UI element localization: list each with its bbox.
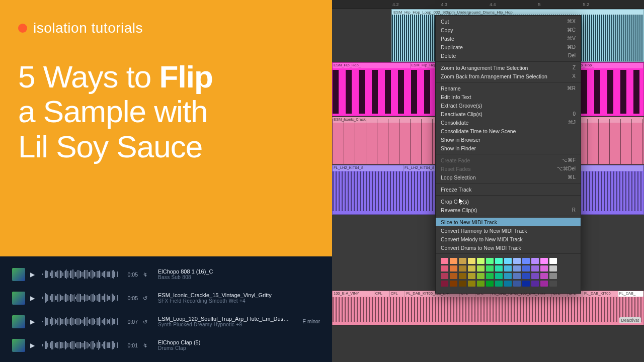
color-swatch[interactable] xyxy=(531,273,539,279)
menu-item[interactable]: Duplicate⌘D xyxy=(436,43,581,51)
color-swatch[interactable] xyxy=(486,258,494,264)
color-swatch[interactable] xyxy=(549,281,557,287)
oneshot-icon: ↯ xyxy=(143,342,150,348)
color-swatch[interactable] xyxy=(450,258,457,264)
menu-item[interactable]: Crop Clip(s) xyxy=(436,197,581,206)
color-swatch[interactable] xyxy=(468,281,475,287)
color-swatch[interactable] xyxy=(531,258,539,264)
color-swatch[interactable] xyxy=(495,258,503,264)
color-swatch[interactable] xyxy=(504,281,512,287)
menu-item[interactable]: Cut⌘X xyxy=(436,17,581,26)
deactivate-badge[interactable]: Deactivat xyxy=(619,317,641,323)
menu-item[interactable]: Convert Melody to New MIDI Track xyxy=(436,235,581,243)
hero-panel: isolation tutorials 5 Ways to Flip a Sam… xyxy=(0,0,332,256)
color-swatch[interactable] xyxy=(549,273,557,279)
color-swatch[interactable] xyxy=(486,265,494,272)
menu-item[interactable]: Convert Drums to New MIDI Track xyxy=(436,243,581,252)
color-swatch[interactable] xyxy=(531,281,539,287)
color-swatch[interactable] xyxy=(540,281,548,287)
sample-duration: 0:05 xyxy=(123,272,138,278)
menu-item[interactable]: Show in Browser xyxy=(436,135,581,144)
color-swatch[interactable] xyxy=(441,258,448,264)
menu-item[interactable]: Loop Selection⌘L xyxy=(436,173,581,182)
menu-item[interactable]: Extract Groove(s) xyxy=(436,101,581,110)
color-swatch[interactable] xyxy=(441,281,448,287)
play-icon[interactable]: ▶ xyxy=(30,295,37,302)
color-swatch[interactable] xyxy=(495,281,503,287)
play-icon[interactable]: ▶ xyxy=(30,318,37,325)
color-swatch[interactable] xyxy=(513,258,521,264)
daw-arrangement[interactable]: 4.2 4.3 4.4 5 5.2 ESM_Hip_Hop_Loop_002_9… xyxy=(332,0,644,362)
sample-list: ▶ 0:05 ↯ ElChopo 808 1 (16)_C Bass Sub 8… xyxy=(0,256,332,362)
color-swatch[interactable] xyxy=(495,273,503,279)
menu-item[interactable]: Rename⌘R xyxy=(436,84,581,93)
color-swatch[interactable] xyxy=(540,265,548,272)
color-swatch[interactable] xyxy=(504,265,512,272)
menu-item[interactable]: Paste⌘V xyxy=(436,34,581,43)
menu-item[interactable]: Zoom to Arrangement Time SelectionZ xyxy=(436,63,581,72)
play-icon[interactable]: ▶ xyxy=(30,271,37,278)
color-swatch[interactable] xyxy=(522,281,530,287)
menu-item[interactable]: Reverse Clip(s)R xyxy=(436,206,581,214)
color-swatch[interactable] xyxy=(477,281,485,287)
sample-tags: Bass Sub 808 xyxy=(158,275,290,280)
color-swatch[interactable] xyxy=(468,258,475,264)
color-swatch[interactable] xyxy=(504,273,512,279)
color-swatch[interactable] xyxy=(459,281,466,287)
sample-row[interactable]: ▶ 0:01 ↯ ElChopo Clap (5) Drums Clap xyxy=(12,335,320,356)
color-swatches[interactable] xyxy=(436,254,581,293)
color-swatch[interactable] xyxy=(549,265,557,272)
color-swatch[interactable] xyxy=(540,258,548,264)
color-swatch[interactable] xyxy=(468,273,475,279)
brand-label: isolation tutorials xyxy=(33,20,143,36)
color-swatch[interactable] xyxy=(540,273,548,279)
play-icon[interactable]: ▶ xyxy=(30,342,37,349)
color-swatch[interactable] xyxy=(450,265,457,272)
sample-row[interactable]: ▶ 0:05 ↯ ElChopo 808 1 (16)_C Bass Sub 8… xyxy=(12,264,320,285)
color-swatch[interactable] xyxy=(477,258,485,264)
color-swatch[interactable] xyxy=(486,273,494,279)
menu-item[interactable]: Convert Harmony to New MIDI Track xyxy=(436,226,581,235)
color-swatch[interactable] xyxy=(486,281,494,287)
color-swatch[interactable] xyxy=(477,273,485,279)
clip-context-menu[interactable]: Cut⌘XCopy⌘CPaste⌘VDuplicate⌘DDeleteDelZo… xyxy=(435,15,581,294)
waveform-icon xyxy=(42,268,118,281)
sample-duration: 0:05 xyxy=(123,295,138,301)
color-swatch[interactable] xyxy=(441,265,448,272)
menu-item[interactable]: Freeze Track xyxy=(436,185,581,194)
color-swatch[interactable] xyxy=(459,258,466,264)
sample-tags: Drums Clap xyxy=(158,345,290,351)
color-swatch[interactable] xyxy=(450,281,457,287)
menu-item[interactable]: Edit Info Text xyxy=(436,93,581,101)
color-swatch[interactable] xyxy=(441,273,448,279)
menu-item[interactable]: Deactivate Clip(s)0 xyxy=(436,110,581,118)
menu-item[interactable]: Consolidate⌘J xyxy=(436,118,581,127)
menu-item: Reset Fades⌥⌘Del xyxy=(436,164,581,173)
menu-item[interactable]: DeleteDel xyxy=(436,51,581,60)
track-pink[interactable]: 100_E-A_VINY CFL CFL FL_DAB_KIT05_100_E-… xyxy=(332,291,644,326)
color-swatch[interactable] xyxy=(513,265,521,272)
menu-item[interactable]: Copy⌘C xyxy=(436,26,581,34)
color-swatch[interactable] xyxy=(513,281,521,287)
color-swatch[interactable] xyxy=(522,273,530,279)
color-swatch[interactable] xyxy=(531,265,539,272)
color-swatch[interactable] xyxy=(459,273,466,279)
sample-row[interactable]: ▶ 0:05 ↺ ESM_Iconic_Crackle_15_Vintage_V… xyxy=(12,288,320,309)
color-swatch[interactable] xyxy=(468,265,475,272)
sample-name: ESM_Iconic_Crackle_15_Vintage_Vinyl_Grit… xyxy=(158,292,290,298)
color-swatch[interactable] xyxy=(522,258,530,264)
color-swatch[interactable] xyxy=(522,265,530,272)
color-swatch[interactable] xyxy=(459,265,466,272)
color-swatch[interactable] xyxy=(477,265,485,272)
menu-item[interactable]: Slice to New MIDI Track xyxy=(436,218,581,226)
menu-item[interactable]: Consolidate Time to New Scene xyxy=(436,127,581,135)
color-swatch[interactable] xyxy=(513,273,521,279)
sample-row[interactable]: ▶ 0:07 ↺ ESM_Loop_120_Soulful_Trap_Arp_F… xyxy=(12,311,320,332)
color-swatch[interactable] xyxy=(504,258,512,264)
color-swatch[interactable] xyxy=(549,258,557,264)
color-swatch[interactable] xyxy=(450,273,457,279)
timeline-ruler[interactable]: 4.2 4.3 4.4 5 5.2 xyxy=(332,0,644,9)
menu-item[interactable]: Zoom Back from Arrangement Time Selectio… xyxy=(436,72,581,80)
color-swatch[interactable] xyxy=(495,265,503,272)
menu-item[interactable]: Show in Finder xyxy=(436,144,581,152)
